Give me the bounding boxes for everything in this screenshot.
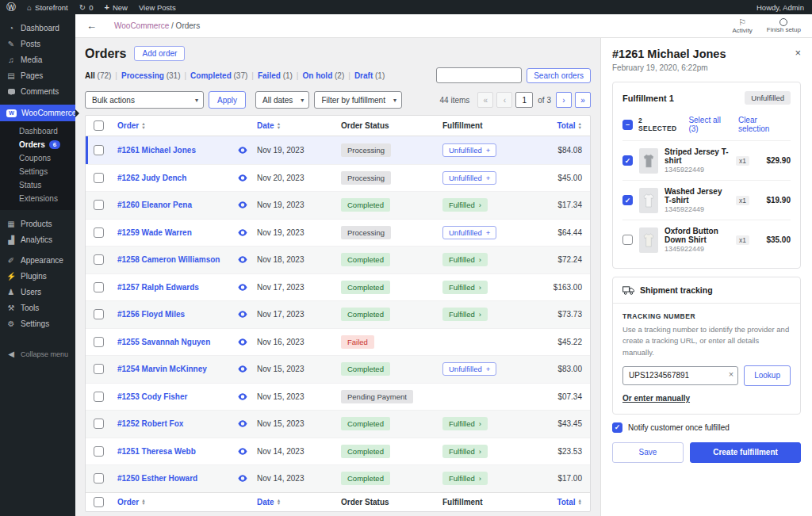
preview-eye-icon[interactable] xyxy=(238,256,257,263)
filter-on-hold[interactable]: On hold (2) xyxy=(302,71,354,80)
sidebar-subitem-orders[interactable]: Orders 6 xyxy=(0,138,75,151)
apply-button[interactable]: Apply xyxy=(209,91,246,109)
sidebar-item-users[interactable]: ♟ Users xyxy=(0,285,75,300)
fulfillment-badge[interactable]: Fulfilled› xyxy=(442,417,488,430)
table-row[interactable]: #1252 Robert Fox Nov 15, 2023 Completed … xyxy=(86,410,590,438)
preview-eye-icon[interactable] xyxy=(238,174,257,182)
preview-eye-icon[interactable] xyxy=(238,448,257,455)
row-checkbox[interactable] xyxy=(94,227,104,238)
preview-eye-icon[interactable] xyxy=(238,147,257,154)
order-link[interactable]: #1257 Ralph Edwards xyxy=(117,283,238,292)
fulfillment-badge[interactable]: Fulfilled› xyxy=(442,198,488,212)
next-page-button[interactable]: › xyxy=(556,92,572,108)
table-row[interactable]: #1258 Cameron Williamson Nov 18, 2023 Co… xyxy=(86,246,590,273)
order-link[interactable]: #1260 Eleanor Pena xyxy=(117,201,238,209)
fulfillment-badge[interactable]: Fulfilled› xyxy=(442,281,488,294)
preview-eye-icon[interactable] xyxy=(238,393,257,400)
sidebar-item-appearance[interactable]: ✐ Appearance xyxy=(0,253,75,269)
clear-input-icon[interactable]: × xyxy=(729,370,733,379)
row-checkbox[interactable] xyxy=(94,282,104,292)
sidebar-item-posts[interactable]: ✎ Posts xyxy=(0,36,75,52)
product-checkbox[interactable] xyxy=(622,235,633,245)
fulfillment-badge[interactable]: Fulfilled› xyxy=(442,472,488,485)
first-page-button[interactable]: « xyxy=(477,92,493,108)
lookup-button[interactable]: Lookup xyxy=(744,365,791,386)
sidebar-subitem-settings[interactable]: Settings xyxy=(0,165,75,178)
order-link[interactable]: #1253 Cody Fisher xyxy=(117,392,238,401)
fulfillment-badge[interactable]: Fulfilled› xyxy=(442,445,488,458)
row-checkbox[interactable] xyxy=(94,254,104,265)
order-link[interactable]: #1261 Michael Jones xyxy=(117,146,238,155)
select-all-link[interactable]: Select all (3) xyxy=(688,116,733,133)
sidebar-item-woocommerce[interactable]: W WooCommerce xyxy=(0,105,75,121)
fulfillment-badge[interactable]: Fulfilled› xyxy=(442,308,488,321)
sort-order-header[interactable]: Order▲▼ xyxy=(117,121,238,130)
table-row[interactable]: #1260 Eleanor Pena Nov 19, 2023 Complete… xyxy=(86,191,590,219)
preview-eye-icon[interactable] xyxy=(238,201,257,208)
select-all-checkbox[interactable] xyxy=(94,497,104,507)
bulk-actions-select[interactable]: Bulk actions ▾ xyxy=(85,91,204,109)
table-row[interactable]: #1253 Cody Fisher Nov 15, 2023 Pending P… xyxy=(86,383,590,411)
sort-total-header[interactable]: Total▲▼ xyxy=(557,498,582,506)
new-menu[interactable]: + New xyxy=(104,2,127,12)
search-input[interactable] xyxy=(436,67,522,83)
table-row[interactable]: #1255 Savannah Nguyen Nov 16, 2023 Faile… xyxy=(86,328,590,356)
sidebar-subitem-extensions[interactable]: Extensions xyxy=(0,192,75,205)
row-checkbox[interactable] xyxy=(94,392,104,402)
fulfillment-filter-select[interactable]: Filter by fulfillment ▾ xyxy=(314,91,402,109)
row-checkbox[interactable] xyxy=(94,200,104,210)
preview-eye-icon[interactable] xyxy=(238,229,257,236)
last-page-button[interactable]: » xyxy=(575,92,591,108)
filter-processing[interactable]: Processing (31) xyxy=(121,71,190,80)
order-link[interactable]: #1256 Floyd Miles xyxy=(117,310,238,319)
fulfillment-badge[interactable]: Unfulfilled+ xyxy=(442,143,496,157)
row-checkbox[interactable] xyxy=(94,364,104,374)
sidebar-subitem-status[interactable]: Status xyxy=(0,178,75,192)
order-link[interactable]: #1262 Judy Dench xyxy=(117,174,238,182)
breadcrumb-woocommerce[interactable]: WooCommerce xyxy=(114,21,169,30)
fulfillment-badge[interactable]: Fulfilled› xyxy=(442,253,488,266)
sort-date-header[interactable]: Date▲▼ xyxy=(257,498,341,506)
table-row[interactable]: #1250 Esther Howard Nov 14, 2023 Complet… xyxy=(86,464,590,492)
preview-eye-icon[interactable] xyxy=(238,284,257,291)
sidebar-item-tools[interactable]: ⚒ Tools xyxy=(0,300,75,316)
sidebar-item-settings[interactable]: ⚙ Settings xyxy=(0,316,75,332)
activity-button[interactable]: ⚐ Activity xyxy=(733,18,753,34)
table-row[interactable]: #1259 Wade Warren Nov 19, 2023 Processin… xyxy=(86,219,590,247)
order-link[interactable]: #1254 Marvin McKinney xyxy=(117,365,238,373)
product-checkbox[interactable]: ✓ xyxy=(622,155,633,166)
table-row[interactable]: #1261 Michael Jones Nov 19, 2023 Process… xyxy=(86,136,590,164)
filter-failed[interactable]: Failed (1) xyxy=(258,71,303,80)
updates-menu[interactable]: ↻ 0 xyxy=(79,3,94,12)
select-items-checkbox[interactable]: – xyxy=(622,120,633,130)
table-row[interactable]: #1262 Judy Dench Nov 20, 2023 Processing… xyxy=(86,164,590,192)
row-checkbox[interactable] xyxy=(94,446,104,457)
row-checkbox[interactable] xyxy=(94,145,104,155)
row-checkbox[interactable] xyxy=(94,309,104,319)
table-row[interactable]: #1257 Ralph Edwards Nov 17, 2023 Complet… xyxy=(86,273,590,301)
close-icon[interactable]: × xyxy=(795,48,801,58)
order-link[interactable]: #1251 Theresa Webb xyxy=(117,447,238,456)
preview-eye-icon[interactable] xyxy=(238,475,257,482)
collapse-menu[interactable]: ◀ Collapse menu xyxy=(0,346,75,362)
table-row[interactable]: #1256 Floyd Miles Nov 17, 2023 Completed… xyxy=(86,300,590,328)
search-orders-button[interactable]: Search orders xyxy=(527,68,591,83)
sort-order-header[interactable]: Order▲▼ xyxy=(117,498,238,506)
row-checkbox[interactable] xyxy=(94,473,104,484)
order-link[interactable]: #1258 Cameron Williamson xyxy=(117,255,238,264)
view-posts-menu[interactable]: View Posts xyxy=(139,3,176,12)
wordpress-logo-icon[interactable]: Ⓦ xyxy=(6,1,16,14)
sidebar-subitem-coupons[interactable]: Coupons xyxy=(0,151,75,165)
preview-eye-icon[interactable] xyxy=(238,311,257,318)
enter-manually-link[interactable]: Or enter manually xyxy=(622,394,690,403)
fulfillment-badge[interactable]: Unfulfilled+ xyxy=(442,362,496,376)
sort-date-header[interactable]: Date▲▼ xyxy=(257,121,341,130)
order-link[interactable]: #1259 Wade Warren xyxy=(117,228,238,237)
preview-eye-icon[interactable] xyxy=(238,338,257,346)
finish-setup-button[interactable]: Finish setup xyxy=(767,18,801,34)
order-link[interactable]: #1250 Esther Howard xyxy=(117,474,238,483)
sidebar-item-comments[interactable]: Comments xyxy=(0,84,75,100)
table-row[interactable]: #1251 Theresa Webb Nov 14, 2023 Complete… xyxy=(86,438,590,465)
fulfillment-badge[interactable]: Unfulfilled+ xyxy=(442,226,496,239)
row-checkbox[interactable] xyxy=(94,337,104,347)
